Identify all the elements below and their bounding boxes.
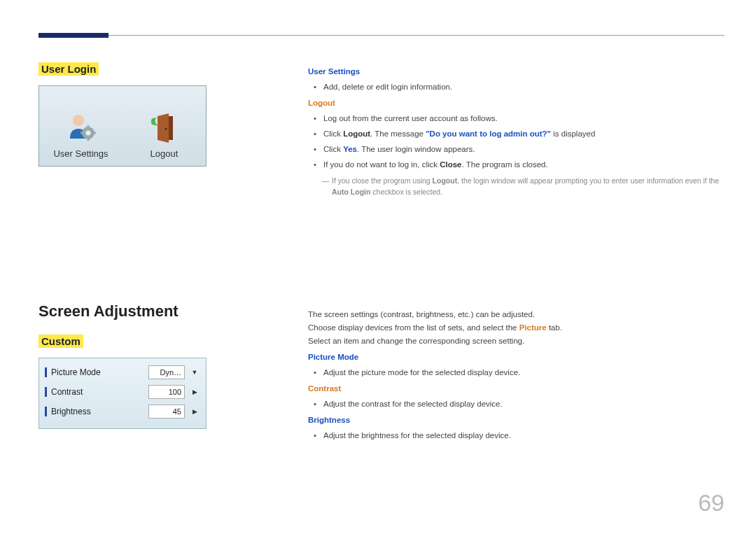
spinner-arrow-icon: ▶ [189, 405, 200, 419]
svg-rect-6 [93, 132, 96, 134]
bullet-br-1: Adjust the brightness for the selected d… [323, 429, 724, 442]
subhead-contrast: Contrast [308, 382, 724, 395]
p-screen-1: The screen settings (contrast, brightnes… [308, 308, 724, 321]
ss-value-picture-mode: Dyn… [148, 365, 185, 379]
bullet-lo-1: Log out from the current user account as… [323, 112, 724, 125]
ss-row-brightness: Brightness 45 ▶ [45, 402, 200, 421]
row-indicator-icon [45, 387, 47, 397]
p-screen-2: Choose display devices from the list of … [308, 321, 724, 335]
svg-marker-8 [158, 113, 169, 143]
bullet-co-1: Adjust the contrast for the selected dis… [323, 398, 724, 411]
logout-door-icon [148, 111, 181, 144]
bullet-lo-2: Click Logout. The message "Do you want t… [323, 127, 724, 141]
section-screen-adjustment: Screen Adjustment Custom Picture Mode Dy… [38, 302, 724, 444]
bullet-lo-4: If you do not want to log in, click Clos… [323, 158, 724, 171]
screenshot-label-user-settings: User Settings [53, 148, 108, 159]
svg-point-9 [164, 128, 167, 130]
page-number: 69 [698, 489, 724, 517]
row-indicator-icon [45, 367, 47, 377]
note-logout: If you close the program using Logout, t… [308, 175, 724, 198]
screenshot-custom: Picture Mode Dyn… ▼ Contrast 100 ▶ Brigh… [38, 358, 206, 429]
heading-screen-adjustment: Screen Adjustment [38, 302, 276, 321]
bullet-us-1: Add, delete or edit login information. [323, 80, 724, 94]
heading-custom: Custom [38, 335, 83, 348]
dropdown-arrow-icon: ▼ [189, 365, 200, 379]
svg-rect-4 [87, 138, 89, 141]
subhead-user-settings: User Settings [308, 65, 724, 78]
bullet-lo-3: Click Yes. The user login window appears… [323, 143, 724, 156]
user-gear-icon [64, 111, 98, 144]
screenshot-user-login: User Settings Logout [38, 85, 206, 167]
header-rule [38, 35, 724, 36]
spinner-arrow-icon: ▶ [189, 385, 200, 399]
svg-point-0 [73, 115, 84, 126]
bullet-pm-1: Adjust the picture mode for the selected… [323, 366, 724, 379]
screenshot-label-logout: Logout [150, 148, 178, 159]
ss-label-contrast: Contrast [51, 387, 144, 397]
row-indicator-icon [45, 407, 47, 416]
ss-row-picture-mode: Picture Mode Dyn… ▼ [45, 363, 200, 382]
svg-rect-3 [87, 125, 89, 128]
ss-value-contrast: 100 [148, 385, 185, 399]
svg-point-2 [85, 131, 90, 136]
ss-value-brightness: 45 [148, 405, 185, 419]
ss-label-picture-mode: Picture Mode [51, 367, 144, 377]
p-screen-3: Select an item and change the correspond… [308, 335, 724, 348]
ss-row-contrast: Contrast 100 ▶ [45, 382, 200, 402]
subhead-brightness: Brightness [308, 414, 724, 427]
ss-label-brightness: Brightness [51, 407, 144, 416]
screenshot-item-logout: Logout [122, 86, 206, 166]
subhead-picture-mode: Picture Mode [308, 351, 724, 364]
section-user-login: User Login User Settings [38, 62, 724, 197]
svg-rect-5 [80, 132, 83, 134]
screenshot-item-user-settings: User Settings [39, 86, 122, 166]
subhead-logout: Logout [308, 97, 724, 110]
heading-user-login: User Login [38, 62, 99, 76]
